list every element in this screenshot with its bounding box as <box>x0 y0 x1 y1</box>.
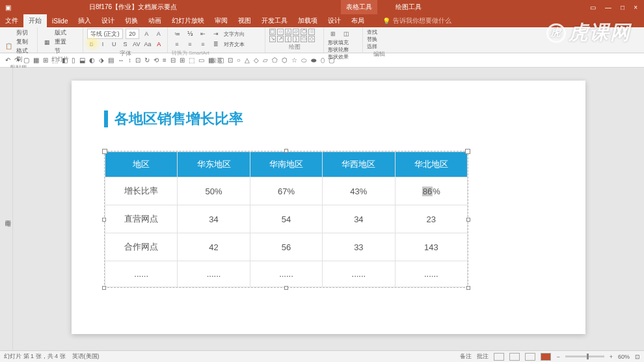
resize-handle[interactable] <box>102 286 106 290</box>
indent-dec-button[interactable]: ⇤ <box>198 29 208 39</box>
tab-transitions[interactable]: 切换 <box>120 14 143 27</box>
table-cell-highlighted[interactable]: 86% <box>395 177 467 205</box>
replace-button[interactable]: 替换 <box>367 36 392 43</box>
resize-handle[interactable] <box>466 218 470 222</box>
decrease-font-icon[interactable]: A <box>154 29 163 39</box>
table-cell[interactable]: 54 <box>250 205 322 233</box>
copy-button[interactable]: 复制 <box>16 38 33 46</box>
font-size-box[interactable]: 20 <box>126 29 139 39</box>
align-left-button[interactable]: ≡ <box>172 39 182 49</box>
cut-button[interactable]: 剪切 <box>16 29 33 37</box>
tab-addins[interactable]: 加载项 <box>293 14 323 27</box>
select-button[interactable]: 选择 <box>367 43 392 50</box>
table-cell[interactable]: 143 <box>395 233 467 261</box>
reset-button[interactable]: 重置 <box>55 38 66 46</box>
table-header[interactable]: 华东地区 <box>178 152 250 177</box>
zoom-in-button[interactable]: + <box>610 354 613 360</box>
table-cell[interactable]: ...... <box>395 261 467 287</box>
italic-button[interactable]: I <box>98 39 107 49</box>
find-button[interactable]: 查找 <box>367 29 392 36</box>
reading-view-icon[interactable] <box>525 353 535 361</box>
numbering-button[interactable]: ⅓ <box>185 29 195 39</box>
text-direction-button[interactable]: 文字方向 <box>224 31 245 38</box>
table-cell[interactable]: 34 <box>323 205 395 233</box>
qat-button-34[interactable]: ⬯ <box>321 57 325 64</box>
qat-button-30[interactable]: ⬡ <box>282 57 288 64</box>
tab-insert[interactable]: 插入 <box>73 14 96 27</box>
indent-inc-button[interactable]: ⇥ <box>211 29 221 39</box>
table-cell[interactable]: 67% <box>250 177 322 205</box>
ribbon-toggle-icon[interactable]: ▭ <box>590 4 596 11</box>
qat-button-32[interactable]: ⬭ <box>301 57 307 64</box>
layout-button[interactable]: 版式 <box>55 29 66 37</box>
shape-outline-button[interactable]: 形状轮廓 <box>328 46 358 53</box>
table-cell[interactable]: 合作网点 <box>105 233 178 261</box>
table-cell[interactable]: ...... <box>250 261 322 287</box>
restore-icon[interactable]: □ <box>621 4 624 11</box>
table-cell[interactable]: 50% <box>178 177 250 205</box>
increase-font-icon[interactable]: A <box>142 29 151 39</box>
context-tab-drawing[interactable]: 绘图工具 <box>390 0 427 14</box>
table-cell[interactable]: 23 <box>395 205 467 233</box>
qat-button-3[interactable]: ▦ <box>33 57 39 64</box>
format-painter-button[interactable]: 格式刷 <box>16 47 33 64</box>
arrange-button[interactable]: ⊞ <box>328 29 338 39</box>
tab-table-design[interactable]: 设计 <box>323 14 346 27</box>
bold-button[interactable]: B <box>87 39 96 49</box>
comments-button[interactable]: 批注 <box>477 352 489 361</box>
change-case-button[interactable]: Aa <box>143 39 152 49</box>
qat-button-8[interactable]: ⬓ <box>79 57 85 64</box>
shape-effects-button[interactable]: 形状效果 <box>328 53 358 60</box>
zoom-thumb[interactable] <box>587 354 589 359</box>
align-right-button[interactable]: ≡ <box>198 39 208 49</box>
table-cell[interactable]: 42 <box>178 233 250 261</box>
qat-button-31[interactable]: ☆ <box>291 57 297 64</box>
zoom-out-button[interactable]: − <box>556 354 559 360</box>
table-cell[interactable]: ...... <box>105 261 178 287</box>
slideshow-view-icon[interactable] <box>541 353 551 361</box>
section-button[interactable]: 节 <box>55 47 66 55</box>
align-text-button[interactable]: 对齐文本 <box>224 41 245 48</box>
char-spacing-button[interactable]: AV <box>132 39 141 49</box>
zoom-level[interactable]: 60% <box>618 354 630 360</box>
resize-handle[interactable] <box>102 218 106 222</box>
zoom-slider[interactable] <box>565 356 604 357</box>
table-header[interactable]: 华南地区 <box>250 152 322 177</box>
font-name-box[interactable]: 等线 (正文) <box>87 29 123 39</box>
bullets-button[interactable]: ≔ <box>172 29 182 39</box>
tab-home[interactable]: 开始 <box>23 14 47 27</box>
paste-button[interactable]: 📋 <box>4 41 14 51</box>
slide-canvas[interactable]: 各地区销售增长比率 地区 华东地区 华南地区 华西地区 华北地区 <box>13 68 644 350</box>
shape-fill-button[interactable]: 形状填充 <box>328 39 358 46</box>
qat-button-29[interactable]: ⬠ <box>272 57 278 64</box>
resize-handle[interactable] <box>284 149 288 153</box>
tab-animations[interactable]: 动画 <box>143 14 167 27</box>
new-slide-button[interactable]: ▦ <box>42 37 52 47</box>
fit-to-window-button[interactable]: ⊡ <box>635 354 640 360</box>
data-table[interactable]: 地区 华东地区 华南地区 华西地区 华北地区 增长比率 50% 67% 43% … <box>105 151 468 287</box>
close-icon[interactable]: × <box>634 4 637 11</box>
table-header[interactable]: 华西地区 <box>323 152 395 177</box>
table-cell[interactable]: 33 <box>323 233 395 261</box>
shapes-gallery[interactable]: ▢○△▱⬠☆ ↘↗{}⬭◇ <box>269 29 319 42</box>
smartart-button[interactable]: 转换为 SmartArt <box>172 49 209 57</box>
tab-table-layout[interactable]: 布局 <box>346 14 369 27</box>
table-cell[interactable]: 直营网点 <box>105 205 178 233</box>
context-tab-table[interactable]: 表格工具 <box>341 0 377 14</box>
tab-review[interactable]: 审阅 <box>209 14 233 27</box>
tab-view[interactable]: 视图 <box>233 14 256 27</box>
qat-button-28[interactable]: ▱ <box>263 57 268 64</box>
qat-button-33[interactable]: ⬬ <box>311 57 317 64</box>
table-cell[interactable]: 43% <box>323 177 395 205</box>
strike-button[interactable]: S <box>121 39 129 49</box>
table-cell[interactable]: 增长比率 <box>105 177 178 205</box>
slide-counter[interactable]: 幻灯片 第 1 张，共 4 张 <box>4 352 66 361</box>
font-color-button[interactable]: A <box>155 39 163 49</box>
table-cell[interactable]: 56 <box>250 233 322 261</box>
tab-design[interactable]: 设计 <box>96 14 120 27</box>
table-header[interactable]: 华北地区 <box>395 152 467 177</box>
table-cell[interactable]: 34 <box>178 205 250 233</box>
minimize-icon[interactable]: — <box>605 4 611 11</box>
tab-file[interactable]: 文件 <box>0 14 23 27</box>
resize-handle[interactable] <box>284 286 288 290</box>
